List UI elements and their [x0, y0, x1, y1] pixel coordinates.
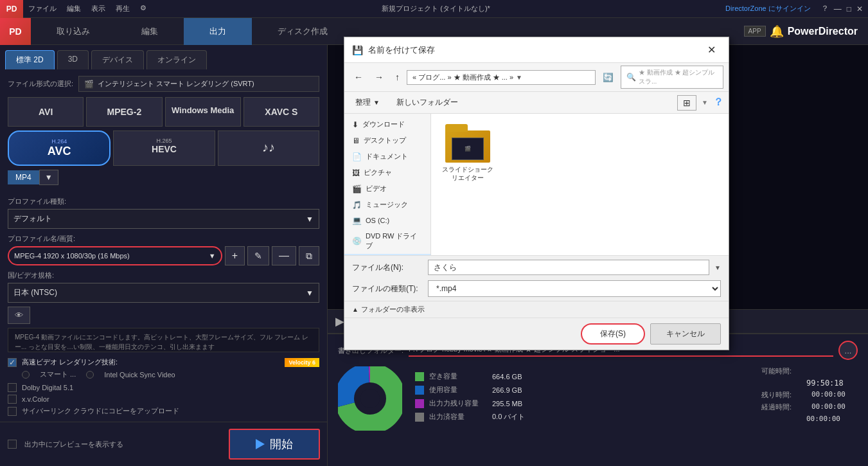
- used-value: 266.9 GB: [492, 386, 522, 394]
- dialog-close-btn[interactable]: ✕: [702, 42, 721, 57]
- close-btn[interactable]: ✕: [856, 4, 863, 13]
- h265-label: H.265: [119, 138, 209, 144]
- tab-standard2d[interactable]: 標準 2D: [5, 50, 55, 69]
- available-color: [415, 372, 424, 381]
- used-label: 使用容量: [429, 385, 487, 395]
- maximize-btn[interactable]: □: [847, 4, 851, 13]
- profile-name-label: プロファイル名/画質:: [8, 234, 319, 244]
- play-btn[interactable]: ▶: [335, 314, 344, 328]
- settings-icon[interactable]: ⚙: [140, 4, 146, 13]
- profile-type-dropdown[interactable]: デフォルト ▼: [8, 209, 319, 229]
- velocity-badge: Velocity 6: [285, 358, 319, 367]
- start-play-icon: [256, 439, 265, 449]
- dolby-checkbox[interactable]: [8, 383, 17, 392]
- folder-toggle-row[interactable]: ▲ フォルダーの非表示: [344, 301, 729, 318]
- tab-online[interactable]: オンライン: [146, 50, 207, 69]
- filename-label: ファイル名(N):: [352, 262, 423, 273]
- cyberlink-label: サイバーリンク クラウドにコピーをアップロード: [22, 406, 179, 416]
- menu-edit[interactable]: 編集: [67, 4, 81, 13]
- filename-input[interactable]: [428, 260, 709, 275]
- highspeed-checkbox[interactable]: ✓: [8, 358, 17, 367]
- tab-device[interactable]: デバイス: [91, 50, 144, 69]
- sidebar-documents[interactable]: 📄 ドキュメント: [344, 148, 430, 165]
- minimize-btn[interactable]: —: [834, 4, 842, 13]
- sidebar-desktop[interactable]: 🖥 デスクトップ: [344, 132, 430, 148]
- eye-btn[interactable]: 👁: [8, 307, 30, 324]
- profile-edit-btn[interactable]: ✎: [247, 246, 269, 265]
- folder-item[interactable]: 🎬 スライドショークリエイター: [439, 121, 497, 247]
- dialog-help-btn[interactable]: ？: [713, 96, 723, 109]
- used-color: [415, 386, 424, 395]
- search-icon: 🔍: [626, 73, 636, 82]
- output-done-label: 出力済容量: [429, 412, 487, 422]
- folder-browse-btn[interactable]: ...: [838, 341, 858, 360]
- remaining-time-value: 00:00:00: [811, 390, 846, 400]
- sidebar-dvd[interactable]: 💿 DVD RW ドライブ: [344, 228, 430, 254]
- format-avc[interactable]: H.264 AVC: [8, 130, 111, 166]
- help-btn[interactable]: ？: [821, 3, 829, 14]
- sidebar-pictures[interactable]: 🖼 ピクチャ: [344, 165, 430, 181]
- filetype-select[interactable]: *.mp4: [428, 280, 721, 297]
- dialog-refresh-btn[interactable]: 🔄: [598, 71, 618, 84]
- sidebar-music[interactable]: 🎵 ミュージック: [344, 197, 430, 213]
- dialog-up-btn[interactable]: ↑: [391, 70, 404, 84]
- nav-edit[interactable]: 編集: [116, 18, 184, 45]
- profile-copy-btn[interactable]: ⧉: [299, 246, 319, 265]
- project-title: 新規プロジェクト (タイトルなし)*: [146, 4, 725, 13]
- dialog-files-area: 🎬 スライドショークリエイター: [431, 114, 729, 255]
- sidebar-videos[interactable]: 🎬 ビデオ: [344, 181, 430, 197]
- intel-radio[interactable]: [86, 371, 94, 379]
- dialog-forward-btn[interactable]: →: [370, 70, 388, 84]
- bell-icon[interactable]: 🔔: [770, 24, 784, 39]
- menu-play[interactable]: 再生: [116, 4, 130, 13]
- profile-name-input[interactable]: MPEG-4 1920 x 1080/30p (16 Mbps) ▼: [8, 246, 222, 265]
- organize-btn[interactable]: 整理▼: [350, 94, 385, 111]
- profile-add-btn[interactable]: +: [225, 246, 245, 265]
- format-music[interactable]: ♪♪: [218, 130, 319, 166]
- signin-link[interactable]: DirectorZone にサインイン: [725, 4, 811, 13]
- start-button[interactable]: 開始: [229, 429, 320, 460]
- profile-delete-btn[interactable]: —: [272, 246, 296, 265]
- breadcrumb-bar[interactable]: « ブログ... » ★ 動画作成 ★ ... » ▼: [407, 70, 596, 85]
- format-mpeg2[interactable]: MPEG-2: [86, 97, 162, 127]
- region-label: 国/ビデオ規格:: [8, 271, 319, 280]
- search-placeholder: ★ 動画作成 ★ 超シンプル スラ...: [639, 68, 718, 86]
- nav-output[interactable]: 出力: [184, 18, 252, 45]
- profile-type-label: プロファイル種類:: [8, 197, 319, 206]
- format-xavc-s[interactable]: XAVC S: [244, 97, 319, 127]
- nav-capture[interactable]: 取り込み: [31, 18, 116, 45]
- format-windows-media[interactable]: Windows Media: [165, 97, 241, 127]
- nav-disk[interactable]: ディスク作成: [252, 18, 353, 45]
- toggle-arrow-icon: ▲: [352, 306, 359, 313]
- view-btn[interactable]: ⊞: [677, 95, 696, 111]
- menu-view[interactable]: 表示: [91, 4, 105, 13]
- extra-time-value: 00:00:00: [806, 415, 840, 423]
- sidebar-hd[interactable]: 💾 HD-PCTU3 (F:): [344, 254, 430, 255]
- tab-3d[interactable]: 3D: [57, 50, 89, 69]
- available-value: 664.6 GB: [492, 373, 522, 381]
- cancel-button-dialog[interactable]: キャンセル: [650, 323, 721, 345]
- save-dialog: 💾 名前を付けて保存 ✕ ← → ↑ « ブログ... » ★ 動画作成 ★ .…: [344, 37, 729, 350]
- smart-radio[interactable]: [22, 371, 30, 379]
- format-avi[interactable]: AVI: [8, 97, 84, 127]
- smart-rendering-label: インテリジェント スマート レンダリング (SVRT): [98, 79, 254, 89]
- preview-checkbox[interactable]: [8, 440, 17, 449]
- dolby-label: Dolby Digital 5.1: [22, 384, 73, 391]
- dialog-back-btn[interactable]: ←: [350, 70, 368, 84]
- available-label: 空き容量: [429, 372, 487, 381]
- mp4-dropdown[interactable]: ▼: [39, 170, 58, 185]
- elapsed-time-value: 00:00:00: [811, 402, 846, 412]
- search-box[interactable]: 🔍 ★ 動画作成 ★ 超シンプル スラ...: [621, 66, 723, 89]
- app-logo: PD: [0, 0, 23, 18]
- save-button-dialog[interactable]: 保存(S): [581, 323, 645, 345]
- format-hevc[interactable]: H.265 HEVC: [113, 130, 215, 166]
- region-dropdown[interactable]: 日本 (NTSC) ▼: [8, 283, 319, 303]
- sidebar-download[interactable]: ⬇ ダウンロード: [344, 116, 430, 132]
- menu-file[interactable]: ファイル: [28, 4, 57, 13]
- new-folder-btn[interactable]: 新しいフォルダー: [391, 94, 464, 111]
- cyberlink-checkbox[interactable]: [8, 407, 17, 416]
- elapsed-time-label: 経過時間:: [761, 402, 806, 412]
- sidebar-osc[interactable]: 💻 OS (C:): [344, 213, 430, 228]
- app-badge: APP: [744, 26, 766, 37]
- xvcolor-checkbox[interactable]: [8, 395, 17, 404]
